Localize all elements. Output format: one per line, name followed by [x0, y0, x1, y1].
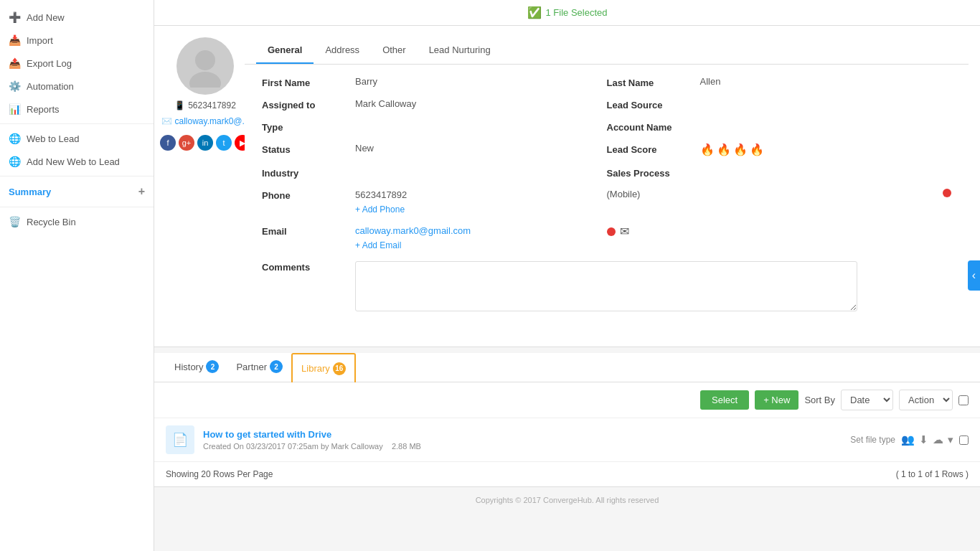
file-row: 📄 How to get started with Drive Created …: [154, 418, 980, 461]
comments-label: Comments: [262, 260, 355, 273]
phone-value: 5623417892: [355, 189, 407, 200]
file-selected-banner: ✅ 1 File Selected: [154, 0, 980, 26]
tab-partner[interactable]: Partner 2: [227, 353, 291, 382]
form-row-assigned: Assigned to Mark Calloway Lead Source: [262, 98, 951, 110]
sidebar-item-export-log[interactable]: 📤 Export Log: [0, 52, 154, 75]
file-action-icons: 👥 ⬇ ☁ ▾: [901, 433, 953, 446]
email-icon: ✉️: [161, 116, 172, 126]
recycle-bin-icon: 🗑️: [9, 216, 21, 227]
sidebar-item-add-new-web-to-lead[interactable]: 🌐 Add New Web to Lead: [0, 150, 154, 173]
form-row-name: First Name Barry Last Name Allen: [262, 76, 951, 88]
check-icon: ✅: [527, 6, 542, 19]
avatar: [176, 37, 234, 95]
share-icon[interactable]: 👥: [901, 433, 915, 446]
profile-area: 📱 5623417892 ✉️ calloway.mark0@... f g+ …: [154, 26, 980, 347]
email-action-icons: ✉: [607, 225, 629, 238]
last-name-label: Last Name: [607, 76, 700, 88]
status-value: New: [355, 143, 607, 154]
set-file-type[interactable]: Set file type: [850, 435, 895, 445]
action-select[interactable]: Action: [899, 390, 953, 410]
form-col-last-name: Last Name Allen: [607, 76, 952, 88]
profile-email[interactable]: ✉️ calloway.mark0@...: [161, 116, 250, 126]
rows-info: ( 1 to 1 of 1 Rows ): [896, 469, 969, 479]
email-envelope-icon[interactable]: ✉: [620, 225, 629, 238]
svg-point-1: [189, 72, 221, 88]
google-plus-icon[interactable]: g+: [179, 135, 194, 151]
web-to-lead-icon: 🌐: [9, 133, 21, 144]
form-row-comments: Comments: [262, 260, 951, 314]
file-title[interactable]: How to get started with Drive: [203, 429, 842, 440]
last-name-value: Allen: [700, 76, 952, 87]
chevron-down-icon[interactable]: ▾: [948, 433, 953, 446]
form-col-email: Email calloway.mark0@gmail.com + Add Ema…: [262, 225, 607, 250]
tab-other[interactable]: Other: [371, 37, 418, 64]
tabs-bar: General Address Other Lead Nurturing: [245, 37, 969, 65]
form-col-lead-source: Lead Source: [607, 98, 952, 110]
tab-address[interactable]: Address: [314, 37, 371, 64]
tab-general[interactable]: General: [256, 37, 314, 64]
document-icon: 📄: [172, 432, 188, 448]
export-log-icon: 📤: [9, 57, 21, 69]
sidebar-item-recycle-bin[interactable]: 🗑️ Recycle Bin: [0, 210, 154, 233]
add-web-to-lead-icon: 🌐: [9, 156, 21, 167]
add-email-link[interactable]: + Add Email: [355, 240, 401, 250]
summary-section[interactable]: Summary +: [0, 179, 154, 204]
first-name-value: Barry: [355, 76, 607, 87]
twitter-icon[interactable]: t: [216, 135, 232, 151]
form-row-type: Type Account Name: [262, 121, 951, 133]
assigned-to-value: Mark Calloway: [355, 98, 607, 109]
phone-icon: 📱: [174, 100, 185, 110]
linkedin-icon[interactable]: in: [197, 135, 213, 151]
flame-3: 🔥: [733, 143, 748, 156]
select-button[interactable]: Select: [700, 390, 749, 410]
form-row-phone: Phone 5623417892 + Add Phone (Mobile): [262, 189, 951, 215]
per-page-label: Showing 20 Rows Per Page: [166, 469, 273, 479]
flame-1: 🔥: [700, 143, 715, 156]
sidebar-item-web-to-lead[interactable]: 🌐 Web to Lead: [0, 127, 154, 150]
industry-label: Industry: [262, 166, 355, 179]
form-col-mobile: (Mobile): [607, 189, 952, 199]
upload-cloud-icon[interactable]: ☁: [933, 433, 943, 446]
tab-lead-nurturing[interactable]: Lead Nurturing: [418, 37, 502, 64]
flame-4: 🔥: [750, 143, 764, 156]
phone-label: Phone: [262, 189, 355, 201]
library-toolbar: Select + New Sort By Date Name Action: [154, 382, 980, 418]
right-panel-toggle[interactable]: ‹: [968, 260, 980, 291]
file-checkbox[interactable]: [959, 435, 969, 445]
form-col-first-name: First Name Barry: [262, 76, 607, 88]
library-badge: 16: [333, 362, 346, 375]
tab-library[interactable]: Library 16: [291, 353, 356, 382]
sidebar-item-import[interactable]: 📥 Import: [0, 29, 154, 52]
sort-by-select[interactable]: Date Name: [841, 390, 893, 410]
form-col-sales-process: Sales Process: [607, 166, 952, 179]
account-name-label: Account Name: [607, 121, 700, 133]
form-col-status: Status New: [262, 143, 607, 155]
profile-right: General Address Other Lead Nurturing Fir…: [245, 37, 969, 335]
summary-add-icon[interactable]: +: [138, 185, 145, 198]
history-badge: 2: [206, 360, 219, 373]
add-phone-link[interactable]: + Add Phone: [355, 204, 405, 215]
sidebar-item-add-new[interactable]: ➕ Add New: [0, 6, 154, 29]
comments-textarea[interactable]: [355, 261, 857, 311]
email-value[interactable]: calloway.mark0@gmail.com: [355, 225, 471, 236]
form-area: First Name Barry Last Name Allen Assigne…: [245, 65, 969, 335]
reports-icon: 📊: [9, 103, 21, 115]
tab-history[interactable]: History 2: [166, 353, 227, 382]
facebook-icon[interactable]: f: [160, 135, 176, 151]
comments-area: [355, 261, 980, 314]
form-col-account-name: Account Name: [607, 121, 952, 133]
file-meta: Created On 03/23/2017 07:25am by Mark Ca…: [203, 442, 842, 451]
lead-score-label: Lead Score: [607, 143, 700, 155]
sort-by-label: Sort By: [804, 395, 835, 405]
form-row-email: Email calloway.mark0@gmail.com + Add Ema…: [262, 225, 951, 250]
download-icon[interactable]: ⬇: [919, 433, 928, 446]
form-col-email-icons: ✉: [607, 225, 952, 238]
pagination-row: Showing 20 Rows Per Page ( 1 to 1 of 1 R…: [154, 461, 980, 486]
new-button[interactable]: + New: [755, 390, 798, 410]
sidebar-item-automation[interactable]: ⚙️ Automation: [0, 75, 154, 98]
form-col-comments: Comments: [262, 260, 951, 314]
sidebar-item-reports[interactable]: 📊 Reports: [0, 98, 154, 121]
header-checkbox[interactable]: [958, 395, 969, 405]
email-label: Email: [262, 225, 355, 237]
form-col-type: Type: [262, 121, 607, 133]
